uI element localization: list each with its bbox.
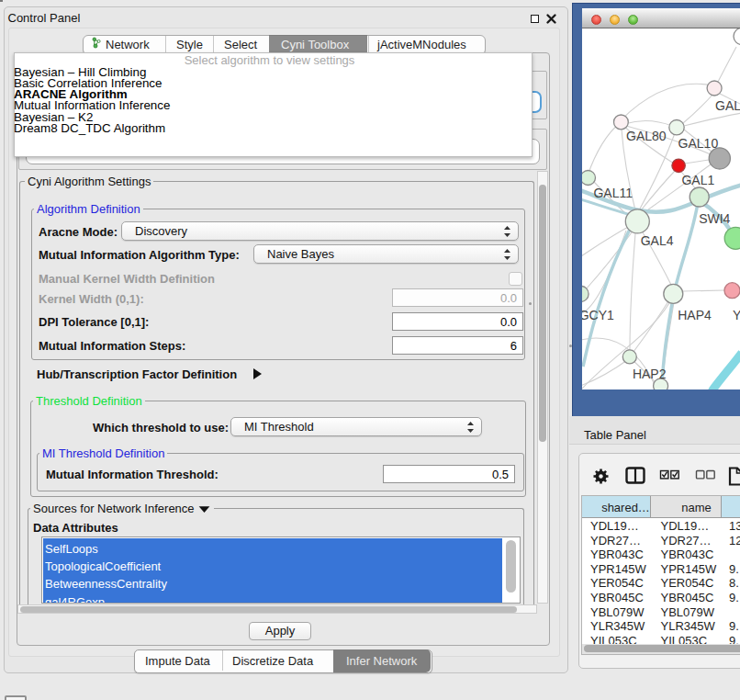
svg-text:HAP2: HAP2 <box>633 367 667 381</box>
svg-text:GAL80: GAL80 <box>626 129 667 143</box>
svg-text:SWI4: SWI4 <box>699 211 730 226</box>
svg-text:YM: YM <box>733 308 740 322</box>
svg-text:GAL4: GAL4 <box>641 233 674 248</box>
svg-text:GAL7: GAL7 <box>715 98 740 113</box>
svg-text:GAL11: GAL11 <box>593 186 633 200</box>
svg-text:GAL1: GAL1 <box>681 173 714 187</box>
svg-text:GAL10: GAL10 <box>678 136 719 151</box>
svg-text:HAP4: HAP4 <box>678 308 712 322</box>
svg-text:GCY1: GCY1 <box>582 308 614 322</box>
